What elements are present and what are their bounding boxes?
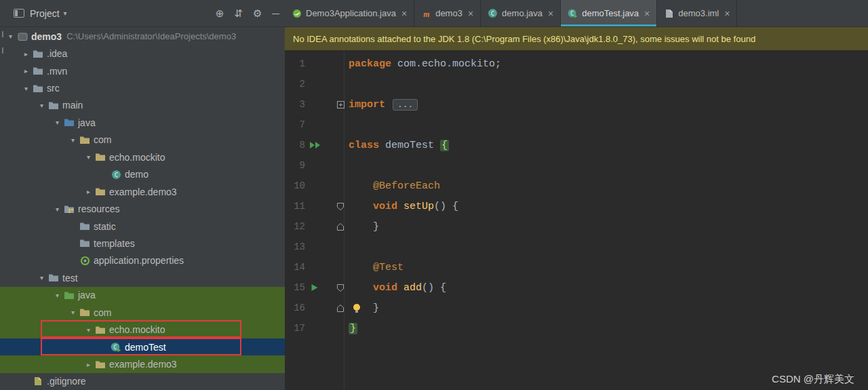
code-token: [349, 201, 373, 212]
tree-item-demotest[interactable]: CdemoTest: [0, 338, 285, 355]
project-panel-title[interactable]: Project: [30, 8, 60, 19]
fold-open-end-icon[interactable]: [334, 222, 347, 231]
tab-demo-java[interactable]: Cdemo.java×: [481, 0, 561, 26]
fold-open-end-icon[interactable]: [334, 304, 347, 313]
tree-item-static[interactable]: static: [0, 218, 285, 235]
fold-plus-icon[interactable]: [334, 101, 347, 109]
chevron-down-icon[interactable]: ▾: [37, 274, 47, 281]
tree-item-java[interactable]: ▾java: [0, 114, 285, 131]
chevron-down-icon[interactable]: ▾: [21, 85, 31, 92]
tool-window-icon: [14, 9, 24, 18]
chevron-down-icon[interactable]: ▾: [52, 206, 62, 213]
code-line-11: 11 void setUp() {: [285, 196, 868, 216]
class-icon: C: [488, 8, 498, 18]
close-tab-icon[interactable]: ×: [644, 8, 650, 19]
chevron-down-icon[interactable]: ▾: [68, 309, 78, 316]
tab-demo3[interactable]: mdemo3×: [414, 0, 481, 26]
code-text[interactable]: @Test: [349, 262, 403, 273]
chevron-right-icon[interactable]: ▸: [83, 188, 94, 195]
package-icon: [79, 134, 91, 145]
tab-demotest-java[interactable]: CdemoTest.java×: [561, 0, 657, 26]
line-number: 11: [285, 201, 305, 212]
tab-demo3-iml[interactable]: demo3.iml×: [657, 0, 737, 26]
tree-item-label: java: [78, 117, 96, 128]
tab-demo3application-java[interactable]: Demo3Application.java×: [285, 0, 414, 26]
fold-open-start-icon[interactable]: [334, 202, 347, 211]
tree-item-example-demo3[interactable]: ▸example.demo3: [0, 183, 285, 200]
code-line-13: 13: [285, 237, 868, 257]
chevron-down-icon[interactable]: ▾: [64, 9, 67, 17]
tree-item-com[interactable]: ▾com: [0, 132, 285, 149]
settings-gear-icon[interactable]: ⚙: [253, 7, 262, 19]
tree-item-src[interactable]: ▾src: [0, 79, 285, 96]
project-tool-window: Project ▾ ⊕⇵⚙─ ▾demo3C:\Users\Administra…: [0, 0, 285, 390]
close-tab-icon[interactable]: ×: [401, 8, 407, 19]
chevron-right-icon[interactable]: ▸: [21, 50, 31, 58]
code-token: @BeforeEach: [373, 180, 440, 192]
tree-item-example-demo3[interactable]: ▸example.demo3: [0, 355, 285, 372]
code-text[interactable]: void add() {: [349, 282, 446, 294]
chevron-down-icon[interactable]: ▾: [83, 153, 94, 161]
line-number: 1: [285, 58, 305, 69]
close-tab-icon[interactable]: ×: [724, 8, 730, 19]
tree-item-test[interactable]: ▾test: [0, 269, 285, 286]
code-text[interactable]: void setUp() {: [349, 201, 458, 212]
code-text[interactable]: package com.echo.mockito;: [349, 58, 501, 70]
tree-item-echo-mockito[interactable]: ▾echo.mockito: [0, 149, 285, 165]
line-number: 17: [285, 323, 305, 334]
chevron-right-icon[interactable]: ▸: [21, 67, 31, 75]
chevron-down-icon[interactable]: ▾: [83, 326, 94, 334]
tree-item-application-properties[interactable]: application.properties: [0, 252, 285, 269]
tree-item-mvn[interactable]: ▸.mvn: [0, 62, 285, 79]
chevron-down-icon[interactable]: ▾: [5, 33, 16, 40]
folder-icon: [47, 100, 60, 111]
code-token: [349, 180, 373, 192]
tree-item-label: com: [94, 307, 111, 318]
code-token: void: [373, 282, 403, 294]
tree-item-templates[interactable]: templates: [0, 235, 285, 252]
tree-item-demo3[interactable]: ▾demo3C:\Users\Administrator\IdeaProject…: [0, 28, 285, 45]
code-text[interactable]: @BeforeEach: [349, 180, 440, 192]
code-text[interactable]: }: [349, 323, 357, 334]
code-token: package: [349, 58, 397, 70]
tree-item-label: .idea: [47, 48, 67, 59]
tree-item-demo[interactable]: Cdemo: [0, 166, 285, 183]
intention-bulb-icon[interactable]: [353, 303, 361, 317]
folder-icon: [79, 238, 91, 249]
code-line-1: 1package com.echo.mockito;: [285, 54, 868, 74]
code-text[interactable]: }: [349, 221, 379, 233]
code-text[interactable]: import ...: [349, 99, 418, 111]
package-icon: [94, 324, 106, 335]
chevron-right-icon[interactable]: ▸: [83, 361, 94, 368]
code-line-12: 12 }: [285, 216, 868, 237]
code-text[interactable]: class demoTest {: [349, 140, 449, 151]
locate-icon[interactable]: ⊕: [216, 7, 224, 19]
tree-item-idea[interactable]: ▸.idea: [0, 45, 285, 62]
tree-item-java[interactable]: ▾java: [0, 287, 285, 304]
run-test-icon[interactable]: [305, 284, 324, 292]
code-token: }: [349, 221, 379, 233]
chevron-down-icon[interactable]: ▾: [68, 136, 78, 144]
close-tab-icon[interactable]: ×: [548, 8, 553, 19]
tree-item-resources[interactable]: ▾resources: [0, 200, 285, 217]
hide-panel-icon[interactable]: ─: [272, 7, 279, 19]
chevron-down-icon[interactable]: ▾: [37, 102, 47, 109]
collapse-all-icon[interactable]: ⇵: [234, 7, 243, 19]
tree-item-com[interactable]: ▾com: [0, 304, 285, 321]
code-line-17: 17}: [285, 318, 868, 338]
tree-item-gitignore[interactable]: .gitignore: [0, 373, 285, 390]
chevron-down-icon[interactable]: ▾: [52, 292, 62, 299]
folder-icon: [32, 66, 44, 77]
maven-module-icon: m: [421, 9, 431, 18]
fold-open-start-icon[interactable]: [334, 284, 347, 292]
tree-item-echo-mockito[interactable]: ▾echo.mockito: [0, 321, 285, 338]
code-editor[interactable]: 1package com.echo.mockito;23import ...78…: [285, 50, 868, 390]
chevron-down-icon[interactable]: ▾: [52, 119, 62, 126]
tree-item-label: echo.mockito: [109, 324, 165, 335]
run-class-icon[interactable]: [305, 141, 324, 149]
editor-tab-bar: Demo3Application.java×mdemo3×Cdemo.java×…: [285, 0, 868, 27]
close-tab-icon[interactable]: ×: [468, 8, 473, 19]
module-file-icon: [664, 9, 674, 18]
folder-icon: [32, 48, 44, 59]
tree-item-main[interactable]: ▾main: [0, 97, 285, 114]
